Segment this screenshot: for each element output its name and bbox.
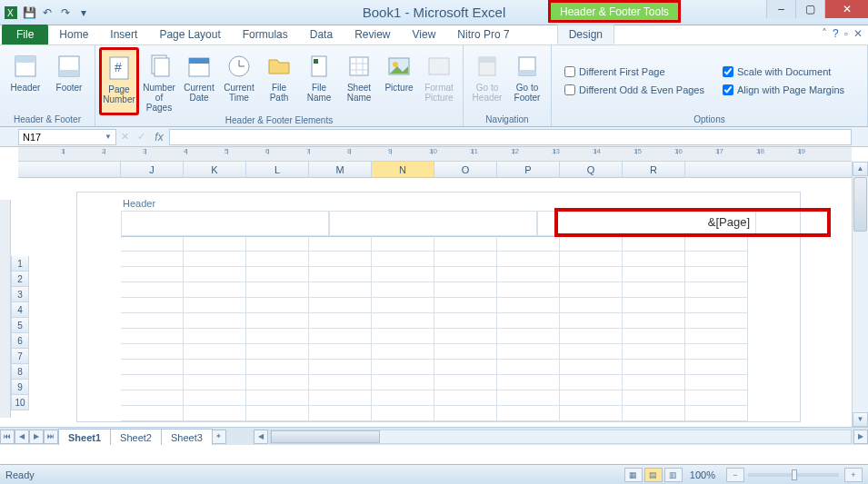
redo-icon[interactable]: ↷	[58, 5, 73, 20]
cell[interactable]	[685, 344, 748, 360]
zoom-percent[interactable]: 100%	[690, 469, 715, 480]
page-break-view-icon[interactable]: ▥	[664, 468, 683, 482]
cell[interactable]	[434, 267, 497, 282]
cell[interactable]	[309, 360, 372, 375]
check-diff-first[interactable]: Different First Page	[561, 64, 708, 80]
cell[interactable]	[372, 360, 434, 375]
cell[interactable]	[309, 236, 372, 252]
workbook-restore-icon[interactable]: ▫	[844, 27, 848, 40]
cell[interactable]	[497, 313, 560, 329]
cell[interactable]	[121, 236, 184, 252]
tab-view[interactable]: View	[402, 25, 447, 44]
cell[interactable]	[309, 344, 372, 360]
cell[interactable]	[246, 375, 309, 390]
cell[interactable]	[309, 282, 372, 298]
minimize-button[interactable]: –	[766, 0, 795, 18]
cell[interactable]	[497, 267, 560, 282]
cell[interactable]	[434, 282, 497, 298]
cell[interactable]	[309, 329, 372, 344]
first-sheet-icon[interactable]: ⏮	[0, 430, 15, 444]
file-tab[interactable]: File	[2, 25, 48, 44]
undo-icon[interactable]: ↶	[40, 5, 55, 20]
cell[interactable]	[184, 360, 246, 375]
cell[interactable]	[623, 236, 685, 252]
cell[interactable]	[623, 344, 685, 360]
current-date-button[interactable]: Current Date	[179, 47, 219, 115]
cell[interactable]	[121, 282, 184, 298]
zoom-out-icon[interactable]: −	[726, 468, 744, 482]
tab-design[interactable]: Design	[557, 25, 614, 44]
cell[interactable]	[434, 298, 497, 313]
cell[interactable]	[121, 298, 184, 313]
cell[interactable]	[685, 236, 748, 252]
cell[interactable]	[560, 267, 623, 282]
row-header-1[interactable]: 1	[11, 256, 29, 272]
file-path-button[interactable]: File Path	[259, 47, 299, 115]
cell[interactable]	[246, 252, 309, 267]
current-time-button[interactable]: Current Time	[219, 47, 259, 115]
maximize-button[interactable]: ▢	[795, 0, 824, 18]
page-number-button[interactable]: # Page Number	[99, 47, 139, 115]
prev-sheet-icon[interactable]: ◀	[15, 430, 29, 444]
workbook-close-icon[interactable]: ✕	[853, 27, 863, 40]
tab-home[interactable]: Home	[48, 25, 99, 44]
cell[interactable]	[246, 390, 309, 406]
cell[interactable]	[560, 236, 623, 252]
next-sheet-icon[interactable]: ▶	[29, 430, 44, 444]
hscroll-right-icon[interactable]: ▶	[853, 430, 868, 444]
cell[interactable]	[434, 360, 497, 375]
cell[interactable]	[434, 252, 497, 267]
tab-formulas[interactable]: Formulas	[232, 25, 299, 44]
cell[interactable]	[246, 344, 309, 360]
cell[interactable]	[372, 406, 434, 421]
header-center[interactable]	[329, 211, 537, 236]
col-header-N[interactable]: N	[372, 162, 434, 177]
cell[interactable]	[497, 344, 560, 360]
cell[interactable]	[434, 236, 497, 252]
cell[interactable]	[685, 298, 748, 313]
col-header-L[interactable]: L	[246, 162, 309, 177]
header-zone[interactable]: &[Page]	[121, 211, 756, 236]
cell[interactable]	[246, 282, 309, 298]
cell[interactable]	[497, 236, 560, 252]
cell[interactable]	[623, 298, 685, 313]
cell[interactable]	[623, 313, 685, 329]
cell[interactable]	[121, 406, 184, 421]
cell[interactable]	[121, 390, 184, 406]
horizontal-scrollbar[interactable]	[270, 430, 852, 444]
cell[interactable]	[309, 298, 372, 313]
cell[interactable]	[184, 329, 246, 344]
cell[interactable]	[497, 390, 560, 406]
cell[interactable]	[184, 344, 246, 360]
cell[interactable]	[121, 252, 184, 267]
cell[interactable]	[184, 375, 246, 390]
cell[interactable]	[623, 267, 685, 282]
cell[interactable]	[372, 390, 434, 406]
cell[interactable]	[497, 298, 560, 313]
row-header-5[interactable]: 5	[11, 318, 29, 333]
save-icon[interactable]: 💾	[22, 5, 36, 20]
cell[interactable]	[623, 375, 685, 390]
cell[interactable]	[184, 282, 246, 298]
cell[interactable]	[623, 252, 685, 267]
check-align-margins[interactable]: Align with Page Margins	[719, 82, 848, 98]
cell[interactable]	[497, 282, 560, 298]
cell[interactable]	[560, 360, 623, 375]
cell[interactable]	[372, 298, 434, 313]
cell[interactable]	[623, 329, 685, 344]
cell[interactable]	[434, 390, 497, 406]
cell[interactable]	[184, 390, 246, 406]
cell[interactable]	[685, 375, 748, 390]
cell[interactable]	[560, 344, 623, 360]
sheet-name-button[interactable]: Sheet Name	[339, 47, 379, 115]
cell[interactable]	[309, 313, 372, 329]
hscroll-thumb[interactable]	[271, 430, 380, 443]
normal-view-icon[interactable]: ▦	[624, 468, 643, 482]
cell[interactable]	[685, 252, 748, 267]
cell[interactable]	[309, 252, 372, 267]
col-header-M[interactable]: M	[309, 162, 372, 177]
cell[interactable]	[184, 298, 246, 313]
cell[interactable]	[560, 329, 623, 344]
fx-button[interactable]: fx	[149, 131, 169, 143]
cell[interactable]	[121, 344, 184, 360]
